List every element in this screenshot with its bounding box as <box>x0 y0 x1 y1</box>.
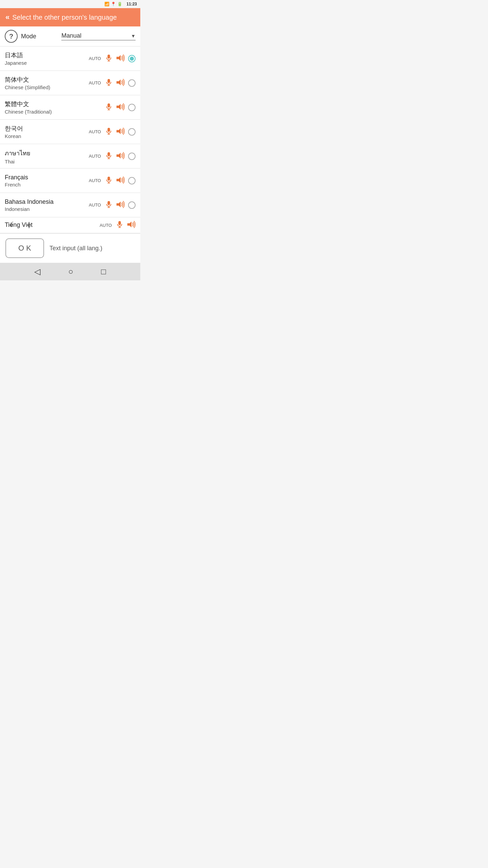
radio-button[interactable] <box>128 128 136 136</box>
back-button[interactable]: « <box>5 13 9 22</box>
header: « Select the other person's language <box>0 8 140 26</box>
language-native-name: 简体中文 <box>5 76 89 84</box>
mode-row: ? Mode Manual ▼ <box>0 26 140 46</box>
radio-button[interactable] <box>128 153 136 160</box>
svg-rect-8 <box>107 103 110 107</box>
radio-button[interactable] <box>128 55 136 62</box>
clock: 11:23 <box>126 2 137 6</box>
language-english-name: Indonesian <box>5 206 89 212</box>
back-nav-icon[interactable]: ◁ <box>34 267 40 276</box>
speaker-icon[interactable] <box>116 152 125 161</box>
language-english-name: Thai <box>5 159 89 164</box>
language-native-name: Tiếng Việt <box>5 221 100 229</box>
language-english-name: French <box>5 182 89 188</box>
language-row[interactable]: Tiếng ViệtAUTO <box>0 217 140 233</box>
radio-button[interactable] <box>128 201 136 209</box>
text-input-label[interactable]: Text input (all lang.) <box>49 245 102 252</box>
svg-rect-20 <box>107 176 110 180</box>
auto-label: AUTO <box>89 80 101 85</box>
help-icon[interactable]: ? <box>5 30 18 43</box>
bottom-bar: O K Text input (all lang.) <box>0 233 140 263</box>
speaker-icon[interactable] <box>127 221 136 230</box>
language-english-name: Korean <box>5 133 89 139</box>
speaker-icon[interactable] <box>116 127 125 136</box>
mode-label: Mode <box>21 33 58 40</box>
language-native-name: Français <box>5 174 89 181</box>
location-icon: 📍 <box>111 2 116 6</box>
svg-rect-28 <box>118 221 121 225</box>
svg-marker-11 <box>117 104 121 110</box>
ok-button[interactable]: O K <box>5 238 44 258</box>
language-list: 日本語JapaneseAUTO 简体中文Chinese (Simplified)… <box>0 46 140 233</box>
language-english-name: Chinese (Traditional) <box>5 109 105 115</box>
status-bar: 📶 📍 🔋 11:23 <box>0 0 140 8</box>
mic-icon[interactable] <box>105 54 113 63</box>
language-native-name: ภาษาไทย <box>5 148 89 158</box>
language-row[interactable]: Bahasa IndonesiaIndonesianAUTO <box>0 193 140 217</box>
battery-icon: 🔋 <box>117 2 122 6</box>
language-native-name: 繁體中文 <box>5 100 105 108</box>
svg-marker-19 <box>117 153 121 158</box>
svg-rect-4 <box>107 79 110 83</box>
svg-rect-12 <box>107 127 110 132</box>
language-row[interactable]: ภาษาไทยThaiAUTO <box>0 144 140 169</box>
auto-label: AUTO <box>100 223 112 228</box>
mic-icon[interactable] <box>105 127 113 136</box>
svg-marker-3 <box>117 55 121 61</box>
language-row[interactable]: 繁體中文Chinese (Traditional) <box>0 95 140 120</box>
speaker-icon[interactable] <box>116 201 125 210</box>
svg-rect-0 <box>107 54 110 58</box>
speaker-icon[interactable] <box>116 54 125 63</box>
svg-marker-15 <box>117 128 121 134</box>
svg-marker-7 <box>117 79 121 85</box>
auto-label: AUTO <box>89 178 101 183</box>
language-native-name: Bahasa Indonesia <box>5 198 89 205</box>
auto-label: AUTO <box>89 129 101 134</box>
language-english-name: Japanese <box>5 60 89 66</box>
mic-icon[interactable] <box>105 103 113 112</box>
mic-icon[interactable] <box>105 152 113 161</box>
mode-value: Manual <box>61 32 131 39</box>
auto-label: AUTO <box>89 56 101 61</box>
language-row[interactable]: 简体中文Chinese (Simplified)AUTO <box>0 71 140 95</box>
radio-button[interactable] <box>128 104 136 111</box>
svg-marker-23 <box>117 177 121 183</box>
radio-button[interactable] <box>128 79 136 87</box>
home-nav-icon[interactable]: ○ <box>68 267 73 276</box>
speaker-icon[interactable] <box>116 176 125 185</box>
language-native-name: 한국어 <box>5 124 89 133</box>
mic-icon[interactable] <box>116 221 123 230</box>
svg-rect-16 <box>107 152 110 156</box>
language-native-name: 日本語 <box>5 51 89 59</box>
language-row[interactable]: FrançaisFrenchAUTO <box>0 169 140 193</box>
auto-label: AUTO <box>89 154 101 159</box>
language-row[interactable]: 한국어KoreanAUTO <box>0 120 140 144</box>
speaker-icon[interactable] <box>116 79 125 87</box>
mic-icon[interactable] <box>105 176 113 185</box>
mic-icon[interactable] <box>105 79 113 87</box>
nav-bar: ◁ ○ □ <box>0 263 140 280</box>
recent-nav-icon[interactable]: □ <box>101 267 106 276</box>
header-title: Select the other person's language <box>12 14 117 21</box>
svg-marker-27 <box>117 201 121 207</box>
status-icons: 📶 📍 🔋 11:23 <box>104 2 137 6</box>
chevron-down-icon: ▼ <box>131 33 136 39</box>
speaker-icon[interactable] <box>116 103 125 112</box>
svg-rect-24 <box>107 201 110 205</box>
mode-selector[interactable]: Manual ▼ <box>61 32 136 40</box>
signal-icon: 📶 <box>104 2 109 6</box>
radio-button[interactable] <box>128 177 136 184</box>
svg-marker-31 <box>127 221 131 227</box>
language-row[interactable]: 日本語JapaneseAUTO <box>0 46 140 71</box>
mic-icon[interactable] <box>105 201 113 210</box>
auto-label: AUTO <box>89 202 101 208</box>
language-english-name: Chinese (Simplified) <box>5 84 89 90</box>
